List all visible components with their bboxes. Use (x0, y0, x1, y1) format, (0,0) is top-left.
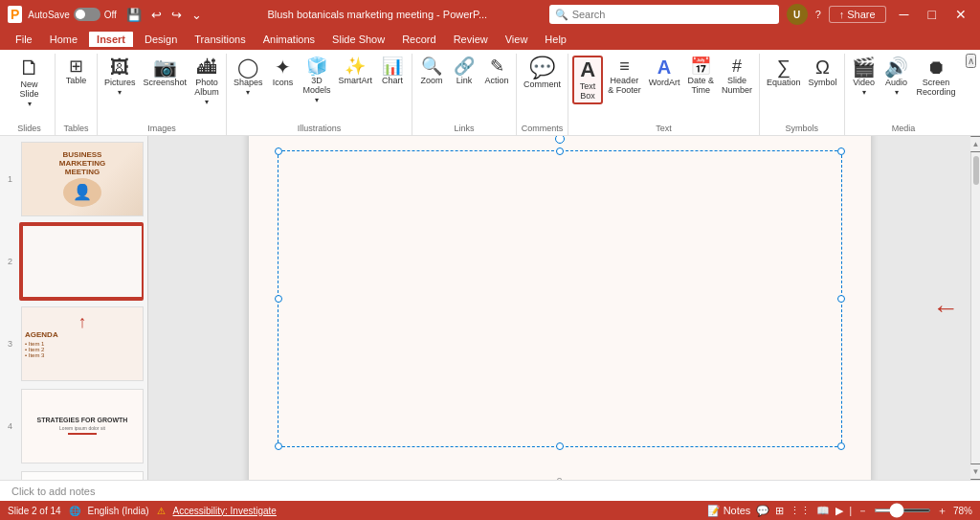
menu-insert[interactable]: Insert (87, 30, 135, 49)
menu-transitions[interactable]: Transitions (187, 32, 253, 47)
scroll-thumb[interactable] (973, 156, 979, 185)
handle-tr[interactable] (837, 147, 845, 155)
menu-record[interactable]: Record (394, 32, 443, 47)
menu-help[interactable]: Help (537, 32, 574, 47)
zoom-button[interactable]: 🔍 Zoom (416, 56, 447, 87)
handle-mr[interactable] (837, 295, 845, 303)
close-button[interactable]: ✕ (949, 7, 972, 22)
new-slide-button[interactable]: 🗋 NewSlide ▾ (9, 56, 51, 110)
photo-album-button[interactable]: 🏙 PhotoAlbum ▾ (191, 56, 222, 108)
autosave-area: AutoSave Off (28, 8, 117, 21)
menu-slideshow[interactable]: Slide Show (324, 32, 392, 47)
minimize-button[interactable]: ─ (894, 7, 915, 22)
ribbon: 🗋 NewSlide ▾ Slides ⊞ Table Tables 🖼 Pic… (0, 50, 980, 136)
menu-view[interactable]: View (498, 32, 536, 47)
handle-tc[interactable] (556, 147, 564, 155)
zoom-out-button[interactable]: － (858, 504, 868, 518)
slide-canvas[interactable]: 2 (249, 136, 871, 480)
3d-dropdown-icon: ▾ (315, 96, 319, 104)
slide-thumb-3[interactable]: 3 AGENDA • Item 1 • Item 2 • Item 3 ↑ (19, 305, 144, 383)
zoom-icon: 🔍 (421, 57, 442, 75)
normal-view-button[interactable]: ⊞ (775, 505, 784, 517)
shapes-dropdown-icon: ▾ (246, 88, 250, 97)
notes-status-label: Notes (724, 505, 751, 516)
customize-button[interactable]: ⌄ (188, 6, 206, 24)
3d-models-button[interactable]: 🧊 3DModels ▾ (301, 56, 334, 106)
search-box[interactable]: 🔍 (549, 5, 779, 24)
share-button[interactable]: ↑ Share (829, 6, 886, 23)
header-footer-button[interactable]: ≡ Header& Footer (605, 56, 644, 97)
search-input[interactable] (572, 9, 773, 20)
autosave-label: AutoSave (28, 10, 69, 20)
ribbon-group-comments: 💬 Comment Comments (517, 54, 568, 135)
icons-button[interactable]: ✦ Icons (268, 56, 299, 89)
right-scrollbar[interactable]: ▲ ▼ (970, 136, 980, 480)
illustrations-group-label: Illustrations (298, 124, 342, 135)
action-button[interactable]: ✎ Action (481, 56, 512, 87)
handle-br[interactable] (837, 442, 845, 450)
ribbon-collapse-button[interactable]: ∧ (966, 54, 976, 68)
zoom-slider[interactable] (874, 509, 931, 512)
slide-thumb-4[interactable]: 4 STRATEGIES FOR GROWTH Lorem ipsum dolo… (19, 387, 144, 465)
accessibility-label[interactable]: Accessibility: Investigate (173, 506, 277, 516)
notes-bar[interactable]: Click to add notes (0, 480, 980, 501)
textbox-button[interactable]: A TextBox (572, 56, 603, 104)
slide-number-button[interactable]: # SlideNumber (719, 56, 755, 97)
screenshot-button[interactable]: 📷 Screenshot (141, 56, 190, 89)
pictures-button[interactable]: 🖼 Pictures ▾ (101, 56, 139, 99)
comment-button[interactable]: 💬 Comment (521, 56, 564, 91)
menu-file[interactable]: File (8, 32, 40, 47)
maximize-button[interactable]: □ (923, 7, 942, 22)
zoom-in-button[interactable]: ＋ (937, 504, 947, 518)
table-button[interactable]: ⊞ Table (61, 56, 92, 87)
reading-view-button[interactable]: 📖 (816, 505, 830, 517)
slide-sorter-button[interactable]: ⋮⋮ (790, 505, 811, 517)
comments-status-button[interactable]: 💬 (756, 505, 769, 517)
ribbon-group-tables: ⊞ Table Tables (56, 54, 98, 135)
audio-button[interactable]: 🔊 Audio ▾ (881, 56, 912, 99)
menu-home[interactable]: Home (42, 32, 85, 47)
avatar[interactable]: U (787, 4, 808, 25)
notes-placeholder: Click to add notes (11, 486, 95, 497)
slide-thumb-1[interactable]: 1 BUSINESS MARKETING MEETING 👤 (19, 140, 144, 218)
menu-review[interactable]: Review (446, 32, 496, 47)
redo-button[interactable]: ↪ (167, 6, 186, 24)
autosave-toggle[interactable] (74, 8, 100, 21)
slide-thumb-5[interactable]: 5 CURRENT MARKET ANALYSIS Analysis text … (19, 469, 144, 480)
help-button[interactable]: ? (815, 9, 821, 20)
link-button[interactable]: 🔗 Link (449, 56, 479, 87)
chart-icon: 📊 (382, 57, 403, 75)
menu-design[interactable]: Design (137, 32, 185, 47)
shapes-icon: ◯ (237, 57, 258, 77)
rotation-handle[interactable] (555, 136, 565, 144)
tables-group-label: Tables (63, 124, 88, 135)
slide-page-number: 2 (556, 476, 562, 481)
menu-animations[interactable]: Animations (256, 32, 323, 47)
canvas-area[interactable]: 2 ← (148, 136, 970, 480)
undo-button[interactable]: ↩ (147, 6, 166, 24)
shapes-button[interactable]: ◯ Shapes ▾ (231, 56, 266, 99)
handle-tl[interactable] (275, 147, 282, 155)
symbol-button[interactable]: Ω Symbol (806, 56, 840, 89)
date-time-button[interactable]: 📅 Date &Time (684, 56, 717, 97)
equation-button[interactable]: ∑ Equation (764, 56, 804, 89)
slide-thumb-2[interactable]: 2 (19, 222, 144, 301)
video-button[interactable]: 🎬 Video ▾ (849, 56, 880, 99)
new-slide-icon: 🗋 (19, 57, 40, 79)
save-button[interactable]: 💾 (122, 6, 145, 24)
wordart-button[interactable]: A WordArt (646, 56, 683, 89)
slideshow-button[interactable]: ▶ (835, 505, 843, 517)
notes-toggle-button[interactable]: 📝 Notes (707, 505, 751, 517)
wordart-icon: A (657, 57, 671, 77)
handle-bc[interactable] (556, 442, 564, 450)
chart-button[interactable]: 📊 Chart (377, 56, 408, 87)
zoom-level-label: 78% (953, 506, 972, 516)
slide3-up-arrow: ↑ (78, 312, 87, 332)
language-label: English (India) (88, 506, 149, 516)
screen-recording-button[interactable]: ⏺ ScreenRecording (914, 56, 959, 99)
smartart-button[interactable]: ✨ SmartArt (336, 56, 376, 87)
handle-ml[interactable] (275, 295, 282, 303)
handle-bl[interactable] (275, 442, 282, 450)
new-slide-dropdown-icon: ▾ (28, 100, 32, 108)
autosave-off-label: Off (104, 10, 117, 20)
